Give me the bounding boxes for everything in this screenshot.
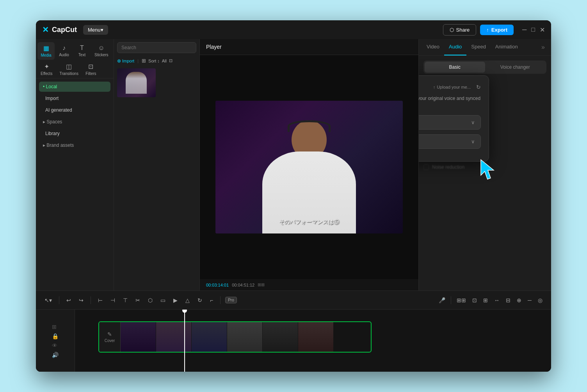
freeze-frame-button[interactable]: ⊟ (503, 296, 513, 305)
refresh-icon[interactable]: ↻ (476, 84, 481, 90)
grid-view-icon[interactable]: ⊞ (142, 58, 146, 64)
redo-button[interactable]: ↪ (76, 296, 86, 305)
nav-import[interactable]: Import (39, 93, 110, 103)
import-button[interactable]: Import (117, 58, 134, 64)
popup-description: Translate your video into another langua… (419, 95, 481, 109)
rotate-button[interactable]: ↻ (195, 296, 205, 305)
tab-effects[interactable]: ✦ Effects (37, 61, 55, 78)
menu-button[interactable]: Menu▾ (83, 25, 108, 35)
zoom-out-button[interactable]: ─ (525, 296, 534, 305)
delete-button[interactable]: ✂ (133, 296, 142, 305)
dropdown-arrow-icon: ∨ (471, 119, 475, 125)
minimize-button[interactable]: ─ (522, 26, 527, 33)
flip-button[interactable]: ⌐ (208, 296, 215, 305)
mic-button[interactable]: 🎤 (436, 296, 448, 305)
timecode-total: 00:04:51:12 (232, 283, 254, 287)
link-clips-button[interactable]: ⊞⊞ (454, 296, 468, 305)
nav-ai-generated[interactable]: AI generated (39, 105, 110, 115)
noise-reduction-checkbox[interactable] (423, 164, 429, 170)
transform-button[interactable]: ▭ (158, 296, 168, 305)
track-audio-icon[interactable]: 🔊 (52, 352, 59, 358)
transition-button[interactable]: ↔ (492, 296, 502, 305)
player-header: Player (200, 39, 418, 55)
upload-label: Upload your me... (437, 85, 471, 89)
maximize-button[interactable]: □ (531, 26, 535, 33)
share-button[interactable]: ⬡ Share (443, 24, 477, 36)
dropdown-arrow-icon-2: ∨ (471, 139, 475, 144)
nav-library[interactable]: Library (39, 128, 110, 139)
search-area (114, 39, 199, 56)
tab-stickers-label: Stickers (94, 53, 109, 57)
export-label: Export (491, 27, 507, 33)
track-visibility-icon[interactable]: 👁 (52, 342, 59, 349)
layer-button[interactable]: ⊞ (481, 296, 490, 305)
logo-icon: ✕ (42, 25, 49, 34)
filters-icon: ⊡ (88, 63, 93, 70)
media-toolbar: Import | ⊞ Sort ↕ All ⊡ (114, 56, 199, 65)
zoom-slider-button[interactable]: ◎ (535, 296, 545, 305)
filter-icon[interactable]: ⊡ (169, 58, 173, 63)
split-button[interactable]: ⊢ (96, 296, 105, 305)
tab-speed[interactable]: Speed (466, 39, 491, 55)
tab-video[interactable]: Video (422, 39, 444, 55)
translate-to-select[interactable]: Japanese ∨ (419, 134, 481, 149)
title-bar-actions: ⬡ Share ↑ Export ─ □ ✕ (443, 24, 545, 36)
crop-button[interactable]: ⬡ (146, 296, 155, 305)
tab-stickers[interactable]: ☺ Stickers (91, 42, 112, 60)
tab-animation-label: Animation (495, 44, 518, 50)
timeline-playhead[interactable] (184, 310, 185, 372)
close-button[interactable]: ✕ (540, 26, 545, 34)
sort-label: Sort (148, 59, 156, 63)
group-button[interactable]: ⊡ (470, 296, 479, 305)
voice-changer-tab[interactable]: Voice changer (485, 62, 546, 73)
player-timecode: 00:03:14:01 00:04:51:12 ⊞⊞ (200, 279, 418, 290)
export-button[interactable]: ↑ Export (480, 25, 514, 35)
sort-button[interactable]: Sort ↕ (148, 59, 160, 63)
nav-spaces[interactable]: ▸ Spaces (39, 117, 110, 127)
left-panel: ▦ Media ♪ Audio T Text ☺ Stickers ✦ Ef (36, 39, 114, 290)
track-frame (156, 322, 191, 352)
audio-waveform-button[interactable]: △ (183, 296, 192, 305)
tab-text-label: Text (78, 53, 85, 57)
translate-from-select[interactable]: English ∨ (419, 115, 481, 130)
tab-effects-label: Effects (41, 71, 52, 76)
trim-right-button[interactable]: ⊤ (121, 296, 130, 305)
play-button[interactable]: ▶ (171, 296, 180, 305)
all-filter[interactable]: All (162, 59, 167, 63)
trim-left-button[interactable]: ⊣ (108, 296, 117, 305)
main-content: ▦ Media ♪ Audio T Text ☺ Stickers ✦ Ef (36, 39, 551, 290)
media-thumbnail[interactable] (117, 68, 156, 97)
track-layout-icon[interactable]: ⊞ (52, 324, 59, 330)
more-tabs-button[interactable]: » (538, 39, 548, 55)
tab-animation[interactable]: Animation (491, 39, 523, 55)
track-frame (298, 322, 333, 352)
aspect-ratio-icon[interactable]: ⊞⊞ (258, 282, 265, 287)
playhead-handle[interactable] (182, 310, 187, 313)
basic-tab[interactable]: Basic (425, 62, 485, 73)
upload-section[interactable]: ↑ Upload your me... (433, 85, 471, 89)
tab-audio[interactable]: ♪ Audio (55, 42, 73, 60)
track-frame (227, 322, 262, 352)
undo-button[interactable]: ↩ (64, 296, 73, 305)
tab-media[interactable]: ▦ Media (37, 42, 55, 60)
tab-media-label: Media (41, 53, 51, 57)
tab-transitions[interactable]: ◫ Transitions (56, 61, 82, 78)
tab-speed-label: Speed (471, 44, 486, 50)
divider-3 (220, 296, 221, 304)
toolbar-tabs: ▦ Media ♪ Audio T Text ☺ Stickers ✦ Ef (36, 39, 114, 78)
pro-tools-button[interactable]: Pro (225, 297, 237, 303)
track-cover-label[interactable]: ✎ Cover (99, 322, 121, 352)
nav-local[interactable]: • Local (39, 82, 110, 92)
tab-filters[interactable]: ⊡ Filters (82, 61, 100, 78)
track-lock-icon[interactable]: 🔒 (52, 333, 59, 339)
add-button[interactable]: ⊕ (514, 296, 524, 305)
track-frame (192, 322, 227, 352)
noise-reduction-label: Noise reduction (432, 164, 464, 170)
tab-audio[interactable]: Audio (444, 39, 466, 55)
import-label: Import (122, 59, 134, 63)
tab-text[interactable]: T Text (73, 42, 91, 60)
select-tool-button[interactable]: ↖▾ (42, 296, 54, 305)
cursor-arrow (479, 158, 498, 183)
search-input[interactable] (117, 42, 196, 53)
nav-brand-assets[interactable]: ▸ Brand assets (39, 140, 110, 150)
